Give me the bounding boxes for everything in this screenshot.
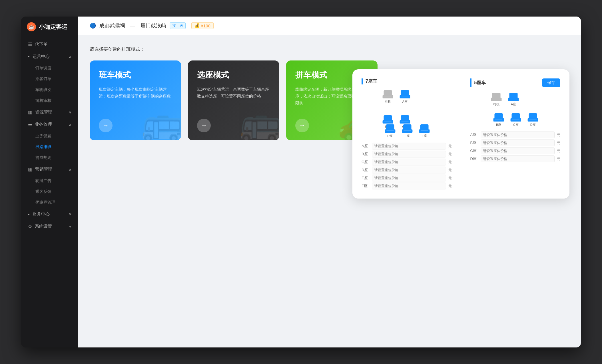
- svg-rect-20: [403, 124, 411, 130]
- svg-rect-14: [400, 120, 401, 124]
- d-seat-7: D座: [383, 124, 397, 138]
- seat-mode-card[interactable]: 选座模式 班次指定车辆营运，余票数等于车辆余座数支持选座，可设置不同座位的价格 …: [188, 60, 279, 140]
- seat-price-input-d5[interactable]: [481, 155, 555, 162]
- seat-price-input-a5[interactable]: [481, 132, 555, 138]
- sidebar-item-business[interactable]: ☰ 业务管理 ∧: [21, 118, 78, 131]
- sidebar-label-order: 代下单: [35, 42, 48, 47]
- seat-row-b7: B座 元: [362, 151, 452, 157]
- svg-rect-18: [385, 129, 386, 133]
- seat-label-c7: C座: [362, 159, 370, 165]
- sidebar-item-commission[interactable]: 提成规则: [21, 152, 78, 163]
- vehicle7-price-rows: A座 元 B座 元 C座 元: [362, 143, 452, 189]
- svg-rect-41: [511, 119, 521, 122]
- sidebar-item-biz-settings[interactable]: 业务设置: [21, 131, 78, 141]
- sidebar-label-marketing: 营销管理: [35, 167, 52, 172]
- sidebar-item-order[interactable]: ☰ 代下单: [21, 38, 78, 50]
- seat-mode-arrow[interactable]: →: [197, 119, 211, 132]
- bus-mode-card[interactable]: 班车模式 班次绑定车辆，每个班次由指定车辆营运；班次余票数量等于所绑车辆的余座数…: [90, 60, 181, 140]
- vehicle5-title: 5座车 保存: [470, 78, 561, 87]
- svg-rect-25: [420, 130, 429, 133]
- chevron-up-icon: ∧: [69, 55, 71, 59]
- seat-mode-title: 选座模式: [197, 70, 270, 80]
- svg-rect-30: [491, 98, 493, 101]
- seat-bg-icon: 🚌: [239, 103, 279, 140]
- sidebar-item-route-schedule[interactable]: 线路排班: [21, 141, 78, 152]
- seat-price-input-b5[interactable]: [481, 139, 555, 146]
- seat-label-d7: D座: [362, 167, 370, 173]
- seat-row-c5: C座 元: [470, 147, 561, 154]
- svg-rect-44: [529, 113, 537, 119]
- sidebar-item-marketing[interactable]: ▦ 营销管理 ∧: [21, 163, 78, 175]
- seat-label-f7: F座: [362, 183, 370, 189]
- sidebar-item-coupons[interactable]: 优惠券管理: [21, 197, 78, 208]
- svg-rect-8: [384, 115, 392, 121]
- bus-mode-desc: 班次绑定车辆，每个班次由指定车辆营运；班次余票数量等于所绑车辆的余座数: [99, 86, 172, 100]
- svg-rect-17: [385, 130, 395, 133]
- bus-mode-arrow[interactable]: →: [99, 119, 113, 132]
- svg-rect-5: [400, 96, 410, 98]
- seat-row-e7: E座 元: [362, 175, 452, 181]
- seat-price-input-d7[interactable]: [372, 167, 446, 173]
- svg-rect-22: [402, 129, 404, 133]
- sidebar-item-bulk-order[interactable]: 乘客订单: [21, 74, 78, 84]
- vehicle7-title: 7座车: [362, 78, 452, 84]
- save-button[interactable]: 保存: [542, 78, 560, 87]
- svg-rect-32: [509, 93, 518, 99]
- seat-row-c7: C座 元: [362, 159, 452, 165]
- route-from: 成都武侯祠: [99, 22, 125, 29]
- svg-rect-42: [511, 118, 512, 122]
- seat-price-input-e7[interactable]: [372, 175, 446, 181]
- route-to: 厦门鼓浪屿: [141, 22, 166, 29]
- seat-price-input-c7[interactable]: [372, 159, 446, 165]
- seat-price-input-f7[interactable]: [372, 183, 446, 189]
- price-icon: 💰: [194, 23, 200, 28]
- pickup-tag[interactable]: 接 - 送: [170, 22, 186, 29]
- seat-label-b5: B座: [470, 140, 478, 145]
- seat-row-d5: D座 元: [470, 155, 561, 162]
- sidebar-item-vehicle-shift[interactable]: 车辆班次: [21, 84, 78, 95]
- seat-row-a7: A座 元: [362, 143, 452, 149]
- sidebar-label-finance: 财务中心: [33, 211, 50, 217]
- sidebar-item-system[interactable]: ⚙ 系统设置 ∨: [21, 220, 78, 232]
- sidebar-item-ads[interactable]: 轮播广告: [21, 175, 78, 186]
- seat-price-input-b7[interactable]: [372, 151, 446, 157]
- svg-rect-40: [512, 113, 520, 119]
- chevron-down-icon3: ∨: [69, 225, 71, 228]
- seat-label-b7: B座: [362, 151, 370, 157]
- svg-rect-7: [408, 95, 410, 98]
- seat-config-panel: 7座车: [352, 69, 569, 199]
- app-name: 小咖定客运: [39, 23, 67, 31]
- svg-rect-27: [428, 129, 430, 133]
- a-seat-5: A座: [507, 93, 520, 106]
- route-dash: —: [130, 23, 135, 29]
- svg-rect-46: [528, 118, 529, 122]
- svg-rect-16: [386, 124, 394, 130]
- carpool-mode-arrow[interactable]: →: [295, 119, 309, 132]
- svg-rect-1: [383, 96, 392, 98]
- svg-rect-6: [400, 95, 401, 98]
- svg-rect-9: [383, 121, 392, 124]
- vehicle7-section: 7座车: [362, 78, 452, 189]
- seat-price-input-c5[interactable]: [481, 147, 555, 154]
- seat-price-input-a7[interactable]: [372, 143, 446, 149]
- sidebar-label-operations: 运营中心: [33, 54, 50, 59]
- svg-rect-37: [494, 119, 503, 122]
- seat-row-a5: A座 元: [470, 132, 561, 138]
- sidebar-item-feedback[interactable]: 乘客反馈: [21, 186, 78, 197]
- app-logo: ☕ 小咖定客运: [21, 22, 78, 38]
- sidebar-item-schedule[interactable]: 订单调度: [21, 63, 78, 74]
- svg-rect-35: [517, 98, 519, 101]
- f-seat-7: F座: [418, 124, 431, 138]
- svg-rect-23: [411, 129, 412, 133]
- route-icon: 🔵: [90, 23, 96, 29]
- svg-rect-39: [502, 118, 504, 122]
- svg-rect-45: [528, 119, 538, 122]
- svg-rect-34: [508, 98, 510, 101]
- sidebar-item-resources[interactable]: ▦ 资源管理 ∨: [21, 106, 78, 118]
- marketing-icon: ▦: [28, 167, 32, 172]
- svg-rect-43: [519, 118, 521, 122]
- sidebar-item-driver-review[interactable]: 司机审核: [21, 95, 78, 106]
- sidebar-item-finance[interactable]: ▪ 财务中心 ∨: [21, 208, 78, 220]
- sidebar-item-operations[interactable]: ▪ 运营中心 ∧: [21, 50, 78, 63]
- svg-rect-33: [509, 99, 518, 101]
